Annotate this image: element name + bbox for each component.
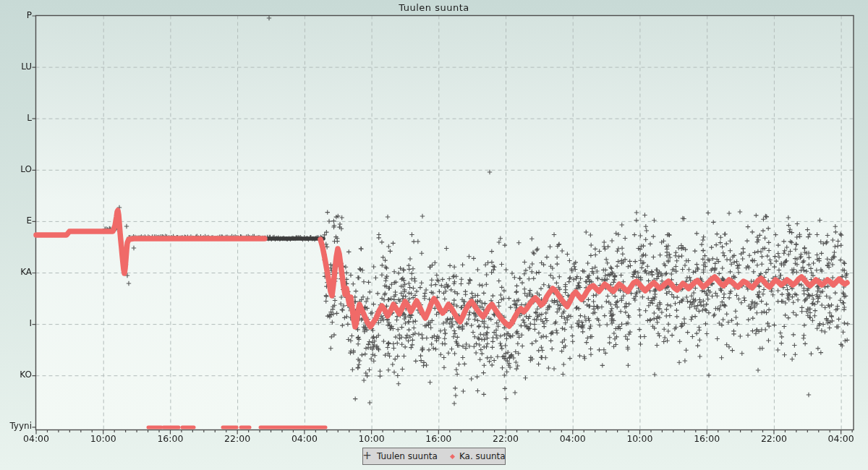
legend-label: Tuulen suunta: [377, 451, 438, 461]
chart-title: Tuulen suunta: [0, 2, 868, 13]
plus-marker-icon: +: [362, 452, 372, 459]
legend-item-avg-direction: Ka. suunta: [451, 451, 506, 461]
plot-canvas: [0, 0, 868, 470]
dot-marker-icon: [450, 453, 455, 458]
legend-item-wind-direction: + Tuulen suunta: [362, 451, 438, 461]
legend-label: Ka. suunta: [459, 451, 506, 461]
chart-legend: + Tuulen suunta Ka. suunta: [362, 448, 506, 465]
wind-direction-chart: Tuulen suunta PLULLOEKAIKOTyyni04:0010:0…: [0, 0, 868, 470]
